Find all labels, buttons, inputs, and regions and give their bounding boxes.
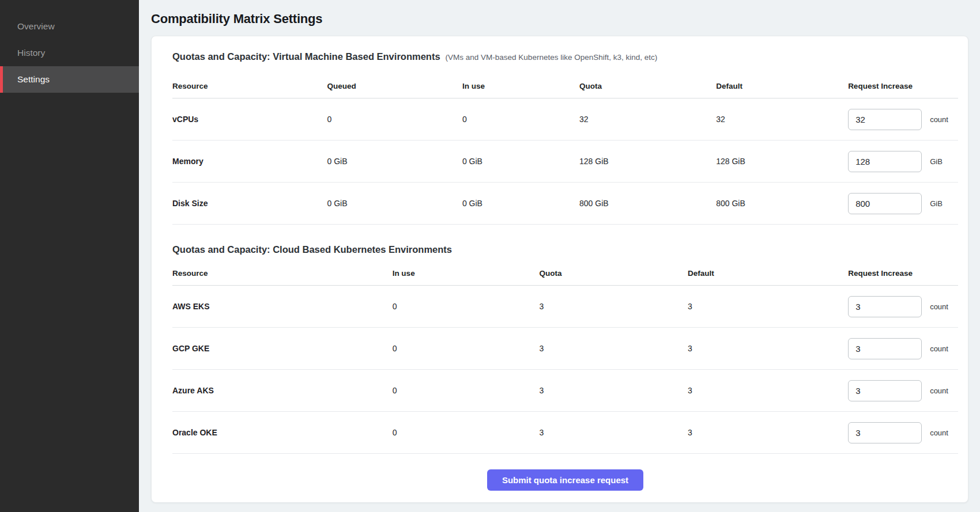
- table-row-gcp-gke: GCP GKE 0 3 3 count: [172, 328, 958, 370]
- request-increase-input-azure-aks[interactable]: [848, 380, 922, 401]
- request-increase-input-disk-size[interactable]: [848, 193, 922, 214]
- in-use-value: 0 GiB: [462, 199, 579, 208]
- request-increase-cell: count: [848, 422, 958, 443]
- page-title: Compatibility Matrix Settings: [151, 12, 968, 26]
- resource-name: Memory: [172, 157, 327, 166]
- cloud-table-header-row: Resource In use Quota Default Request In…: [172, 261, 958, 286]
- table-row-oracle-oke: Oracle OKE 0 3 3 count: [172, 412, 958, 454]
- default-value: 3: [688, 302, 848, 311]
- quota-value: 128 GiB: [579, 157, 716, 166]
- quota-value: 3: [540, 428, 688, 437]
- request-increase-input-gcp-gke[interactable]: [848, 338, 922, 359]
- vm-table-header-row: Resource Queued In use Quota Default Req…: [172, 74, 958, 98]
- quota-value: 3: [540, 386, 688, 395]
- sidebar-item-overview[interactable]: Overview: [0, 13, 139, 40]
- in-use-value: 0: [393, 302, 540, 311]
- column-header-request-increase: Request Increase: [848, 269, 958, 278]
- app-root: Overview History Settings Compatibility …: [0, 0, 980, 512]
- request-increase-input-oracle-oke[interactable]: [848, 422, 922, 443]
- request-increase-input-memory[interactable]: [848, 151, 922, 172]
- request-increase-cell: GiB: [848, 193, 958, 214]
- resource-name: Disk Size: [172, 199, 327, 208]
- column-header-resource: Resource: [172, 269, 393, 278]
- unit-label: count: [930, 344, 948, 353]
- queued-value: 0 GiB: [327, 157, 462, 166]
- unit-label: count: [930, 302, 948, 311]
- table-row-azure-aks: Azure AKS 0 3 3 count: [172, 370, 958, 412]
- request-increase-cell: count: [848, 380, 958, 401]
- default-value: 3: [688, 428, 848, 437]
- request-increase-input-aws-eks[interactable]: [848, 296, 922, 317]
- queued-value: 0: [327, 115, 462, 124]
- resource-name: Oracle OKE: [172, 428, 393, 437]
- main-content: Compatibility Matrix Settings Quotas and…: [139, 0, 980, 512]
- column-header-quota: Quota: [579, 82, 716, 90]
- column-header-request-increase: Request Increase: [848, 82, 958, 90]
- quota-value: 32: [579, 115, 716, 124]
- column-header-queued: Queued: [327, 82, 462, 90]
- default-value: 3: [688, 386, 848, 395]
- quota-value: 3: [540, 302, 688, 311]
- column-header-in-use: In use: [462, 82, 579, 90]
- queued-value: 0 GiB: [327, 199, 462, 208]
- sidebar: Overview History Settings: [0, 0, 139, 512]
- request-increase-cell: count: [848, 338, 958, 359]
- table-row-disk-size: Disk Size 0 GiB 0 GiB 800 GiB 800 GiB Gi…: [172, 183, 958, 225]
- column-header-resource: Resource: [172, 82, 327, 90]
- resource-name: AWS EKS: [172, 302, 393, 311]
- sidebar-item-settings[interactable]: Settings: [0, 66, 139, 93]
- in-use-value: 0: [393, 428, 540, 437]
- resource-name: GCP GKE: [172, 344, 393, 353]
- default-value: 32: [716, 115, 848, 124]
- submit-quota-increase-button[interactable]: Submit quota increase request: [487, 469, 643, 491]
- vm-section-title: Quotas and Capacity: Virtual Machine Bas…: [172, 49, 440, 64]
- column-header-in-use: In use: [393, 269, 540, 278]
- default-value: 3: [688, 344, 848, 353]
- request-increase-input-vcpus[interactable]: [848, 109, 922, 130]
- cloud-section-title: Quotas and Capacity: Cloud Based Kuberne…: [172, 242, 452, 257]
- request-increase-cell: GiB: [848, 151, 958, 172]
- default-value: 128 GiB: [716, 157, 848, 166]
- in-use-value: 0: [393, 386, 540, 395]
- cloud-section-header: Quotas and Capacity: Cloud Based Kuberne…: [172, 242, 958, 257]
- in-use-value: 0: [462, 115, 579, 124]
- column-header-default: Default: [688, 269, 848, 278]
- table-row-aws-eks: AWS EKS 0 3 3 count: [172, 286, 958, 328]
- sidebar-item-label: History: [17, 48, 45, 58]
- table-row-memory: Memory 0 GiB 0 GiB 128 GiB 128 GiB GiB: [172, 141, 958, 183]
- column-header-default: Default: [716, 82, 848, 90]
- quota-value: 800 GiB: [579, 199, 716, 208]
- settings-card: Quotas and Capacity: Virtual Machine Bas…: [151, 36, 968, 503]
- sidebar-item-label: Settings: [17, 74, 50, 85]
- vm-section-header: Quotas and Capacity: Virtual Machine Bas…: [172, 49, 958, 65]
- vm-section-note: (VMs and VM-based Kubernetes like OpenSh…: [446, 50, 658, 65]
- unit-label: count: [930, 428, 948, 437]
- vm-quota-table: Resource Queued In use Quota Default Req…: [172, 74, 958, 225]
- unit-label: GiB: [930, 199, 943, 208]
- unit-label: count: [930, 386, 948, 395]
- sidebar-item-history[interactable]: History: [0, 40, 139, 66]
- column-header-quota: Quota: [540, 269, 688, 278]
- sidebar-item-label: Overview: [17, 21, 55, 32]
- cloud-quota-table: Resource In use Quota Default Request In…: [172, 261, 958, 454]
- quota-value: 3: [540, 344, 688, 353]
- resource-name: Azure AKS: [172, 386, 393, 395]
- unit-label: GiB: [930, 157, 943, 166]
- request-increase-cell: count: [848, 109, 958, 130]
- in-use-value: 0: [393, 344, 540, 353]
- request-increase-cell: count: [848, 296, 958, 317]
- submit-button-row: Submit quota increase request: [172, 469, 958, 491]
- in-use-value: 0 GiB: [462, 157, 579, 166]
- default-value: 800 GiB: [716, 199, 848, 208]
- resource-name: vCPUs: [172, 115, 327, 124]
- unit-label: count: [930, 115, 948, 124]
- table-row-vcpus: vCPUs 0 0 32 32 count: [172, 98, 958, 141]
